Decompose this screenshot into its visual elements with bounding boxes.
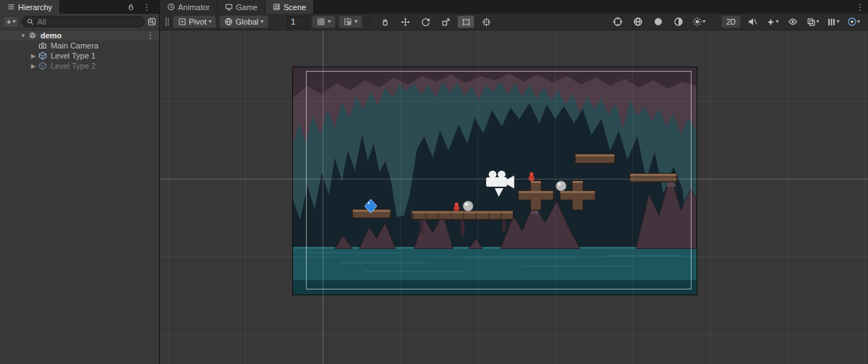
tab-game-label: Game (236, 3, 258, 12)
tab-hierarchy[interactable]: Hierarchy (0, 0, 59, 14)
globe-icon (224, 17, 233, 26)
hierarchy-toolbar: + ▾ (0, 14, 159, 30)
columns-dropdown-button[interactable]: ▾ (825, 15, 842, 28)
tab-game[interactable]: Game (218, 0, 265, 14)
layers-dropdown-button[interactable]: ▾ (804, 15, 822, 28)
crosshair-circle-icon (613, 17, 623, 27)
scene-camera-dropdown-button[interactable]: ▾ (845, 15, 862, 28)
animator-icon (167, 3, 175, 11)
tool-transform-button[interactable] (477, 15, 495, 28)
hierarchy-tree: ▼ demo ⋮ Main Camera ▶ (0, 30, 159, 364)
search-options-icon[interactable] (148, 17, 156, 26)
scene-name-label: demo (41, 31, 61, 40)
row-level-type-1[interactable]: ▶ Level Type 1 (0, 51, 159, 61)
effects-star-icon (766, 17, 775, 27)
foldout-expanded-icon[interactable]: ▼ (19, 33, 27, 39)
columns-icon (827, 17, 836, 27)
hierarchy-panel: + ▾ ▼ demo (0, 14, 160, 364)
search-field[interactable] (22, 16, 145, 27)
audio-toggle-button[interactable] (744, 15, 761, 28)
scale-icon (441, 17, 451, 27)
shaded-sphere-icon (653, 17, 663, 27)
overlay-light-button[interactable]: ▾ (690, 15, 707, 28)
unity-editor-window: Hierarchy ⋮ Animator Game (0, 0, 868, 364)
foldout-collapsed-icon[interactable]: ▶ (29, 53, 38, 59)
toolbar-grip-icon[interactable] (164, 16, 170, 27)
plus-icon: + (7, 17, 11, 26)
row-level-type-2[interactable]: ▶ Level Type 2 (0, 61, 159, 71)
search-input[interactable] (37, 17, 140, 26)
add-object-button[interactable]: + ▾ (3, 16, 19, 27)
pivot-toggle-button[interactable]: Pivot ▾ (173, 15, 216, 28)
scene-row-menu-icon[interactable]: ⋮ (142, 31, 159, 40)
overlay-crosshair-button[interactable] (609, 15, 626, 28)
tab-strip: Hierarchy ⋮ Animator Game (0, 0, 868, 14)
grid-size-input[interactable] (287, 16, 309, 28)
game-monitor-icon (225, 3, 233, 11)
sun-icon (692, 17, 702, 27)
gray-sphere[interactable] (556, 181, 566, 191)
cave-level-svg (293, 67, 697, 295)
scene-row-demo[interactable]: ▼ demo ⋮ (0, 30, 159, 41)
tab-scene[interactable]: Scene (265, 0, 313, 14)
caret-down-icon: ▾ (208, 19, 211, 25)
tab-scene-label: Scene (284, 3, 306, 12)
caret-down-icon: ▾ (816, 19, 819, 25)
tool-rotate-button[interactable] (417, 15, 434, 28)
transform-icon (482, 17, 491, 27)
speaker-mute-icon (747, 17, 757, 27)
list-icon (7, 3, 15, 11)
object-label: Level Type 1 (51, 51, 95, 60)
cube-icon (38, 51, 48, 60)
tool-scale-button[interactable] (437, 15, 454, 28)
overlay-sphere-button[interactable] (650, 15, 667, 28)
pivot-label: Pivot (189, 17, 206, 26)
effects-dropdown-button[interactable]: ▾ (764, 15, 781, 28)
tool-rect-button[interactable] (457, 15, 475, 28)
tabstrip-spacer (314, 0, 852, 14)
caret-down-icon: ▾ (354, 19, 357, 25)
hierarchy-tab-strip: Hierarchy ⋮ (0, 0, 160, 14)
hand-icon (380, 17, 390, 27)
tab-hierarchy-label: Hierarchy (18, 3, 52, 12)
overlay-globe-button[interactable] (629, 15, 647, 28)
hierarchy-panel-controls: ⋮ (127, 0, 159, 14)
toolbar-separator (714, 17, 715, 27)
overlay-moon-button[interactable] (670, 15, 687, 28)
caret-down-icon: ▾ (328, 19, 331, 25)
scene-viewport[interactable] (160, 30, 868, 364)
caret-down-icon: ▾ (260, 19, 263, 25)
game-level-art (292, 67, 697, 295)
eye-icon (788, 17, 798, 27)
lock-icon[interactable] (127, 3, 135, 11)
global-label: Global (235, 17, 258, 26)
half-sphere-icon (673, 17, 684, 27)
hierarchy-menu-icon[interactable]: ⋮ (139, 3, 155, 12)
scene-view-panel: Pivot ▾ Global ▾ ▾ (160, 14, 868, 364)
caret-down-icon: ▾ (775, 19, 778, 25)
gray-sphere[interactable] (463, 201, 473, 211)
main-split: + ▾ ▼ demo (0, 14, 868, 364)
grid-snap-icon (317, 17, 326, 26)
scene-camera-orbit-icon (847, 17, 857, 27)
tool-hand-button[interactable] (376, 15, 393, 28)
grid-icon (273, 3, 281, 11)
tool-move-button[interactable] (396, 15, 414, 28)
caret-down-icon: ▾ (836, 19, 839, 25)
caret-down-icon: ▾ (857, 19, 860, 25)
scene-tab-strip: Animator Game Scene ⋮ (160, 0, 868, 14)
global-toggle-button[interactable]: Global ▾ (219, 15, 268, 28)
snap-settings-button[interactable]: ▾ (339, 15, 362, 28)
globe-icon (633, 17, 643, 27)
rect-tool-icon (461, 17, 471, 27)
foldout-collapsed-icon[interactable]: ▶ (29, 63, 38, 69)
grid-snap-button[interactable]: ▾ (312, 15, 336, 28)
visibility-eye-button[interactable] (784, 15, 801, 28)
window-menu-icon[interactable]: ⋮ (852, 3, 868, 12)
camera-icon (38, 41, 48, 50)
layers-icon (807, 17, 816, 27)
row-main-camera[interactable]: Main Camera (0, 41, 159, 51)
2d-toggle-button[interactable]: 2D (721, 15, 741, 28)
move-icon (401, 17, 410, 27)
tab-animator[interactable]: Animator (160, 0, 217, 14)
